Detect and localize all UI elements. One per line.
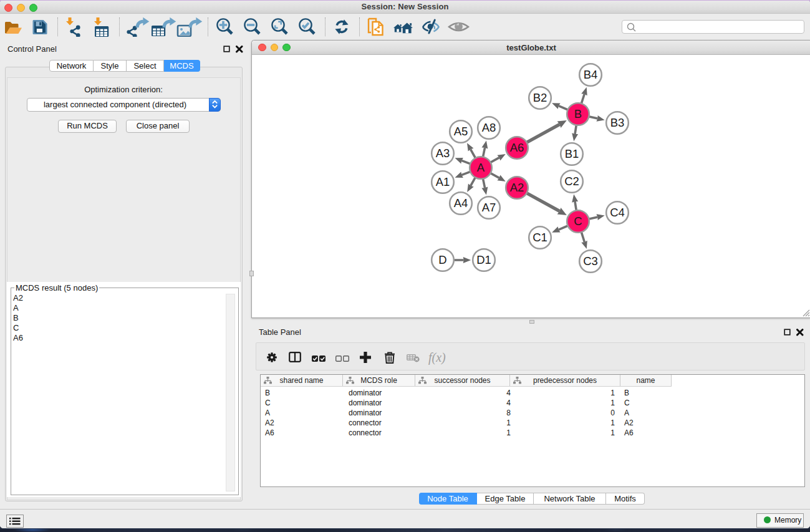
svg-text:A1: A1 xyxy=(436,175,450,188)
svg-text:C2: C2 xyxy=(564,175,579,188)
svg-text:C3: C3 xyxy=(583,254,598,268)
svg-text:C4: C4 xyxy=(610,206,625,219)
svg-text:B3: B3 xyxy=(610,116,625,129)
svg-text:D: D xyxy=(438,253,446,266)
svg-text:B2: B2 xyxy=(533,91,547,104)
svg-text:A5: A5 xyxy=(454,125,468,138)
svg-text:D1: D1 xyxy=(476,253,491,266)
svg-text:B4: B4 xyxy=(584,68,598,81)
svg-text:A8: A8 xyxy=(482,121,496,134)
svg-text:C: C xyxy=(574,215,582,228)
svg-text:A2: A2 xyxy=(510,181,524,194)
svg-text:A7: A7 xyxy=(482,201,496,214)
svg-text:C1: C1 xyxy=(533,231,547,244)
svg-text:B: B xyxy=(574,107,582,120)
svg-text:A4: A4 xyxy=(454,196,468,210)
svg-text:B1: B1 xyxy=(565,147,579,160)
svg-text:A3: A3 xyxy=(436,147,450,160)
svg-text:A6: A6 xyxy=(510,141,524,154)
svg-text:A: A xyxy=(477,161,485,174)
